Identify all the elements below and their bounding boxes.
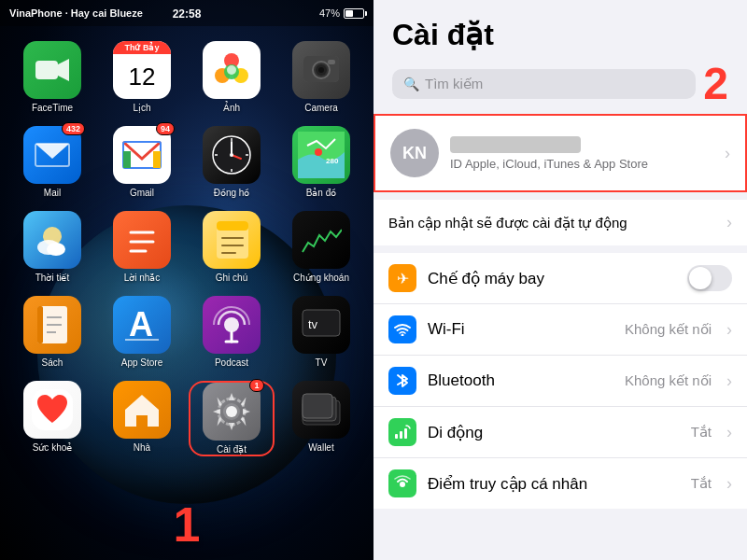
svg-rect-62 — [400, 431, 402, 439]
settings-section-main: ✈ Chế độ máy bay Wi-Fi Không kết nối › — [374, 253, 747, 509]
search-placeholder: Tìm kiếm — [425, 76, 483, 92]
app-facetime[interactable]: FaceTime — [9, 41, 95, 113]
app-mail[interactable]: 432 Mail — [9, 126, 95, 198]
stocks-icon — [292, 211, 350, 269]
app-settings[interactable]: 1 Cài đặt — [189, 381, 275, 456]
calendar-label: Lịch — [133, 103, 150, 113]
cellular-icon — [388, 418, 416, 446]
app-gmail[interactable]: 94 Gmail — [99, 126, 185, 198]
app-maps[interactable]: 280 Bản đồ — [278, 126, 364, 198]
cellular-chevron: › — [726, 423, 732, 442]
hotspot-chevron: › — [726, 474, 732, 494]
mail-label: Mail — [44, 188, 61, 198]
reminders-icon — [113, 211, 171, 269]
svg-point-60 — [402, 334, 404, 337]
airplane-row[interactable]: ✈ Chế độ máy bay — [374, 253, 747, 304]
weather-icon — [23, 211, 81, 269]
svg-rect-0 — [35, 61, 58, 79]
step-number-1: 1 — [174, 497, 201, 553]
bluetooth-row[interactable]: Bluetooth Không kết nối › — [374, 356, 747, 407]
bluetooth-chevron: › — [726, 371, 732, 391]
bluetooth-icon — [388, 367, 416, 395]
calendar-day-name: Thứ Bảy — [113, 41, 171, 54]
bluetooth-value: Không kết nối — [625, 372, 712, 389]
hotspot-row[interactable]: Điểm truy cập cá nhân Tắt › — [374, 458, 747, 509]
notes-label: Ghi chú — [216, 273, 247, 283]
svg-point-11 — [318, 67, 324, 73]
maps-icon: 280 — [292, 126, 350, 184]
health-icon — [23, 381, 81, 439]
account-chevron: › — [725, 144, 730, 163]
app-calendar[interactable]: Thứ Bảy 12 Lịch — [99, 41, 185, 113]
hotspot-icon — [388, 469, 416, 497]
app-reminders[interactable]: Lời nhắc — [99, 211, 185, 283]
svg-marker-1 — [58, 59, 69, 81]
update-row[interactable]: Bản cập nhật sẽ được cài đặt tự động › — [374, 200, 747, 245]
svg-point-48 — [224, 317, 239, 332]
account-info: ID Apple, iCloud, iTunes & App Store — [450, 136, 713, 171]
svg-text:A: A — [129, 305, 153, 343]
gmail-icon: 94 — [113, 126, 171, 184]
app-tv[interactable]: tv TV — [278, 296, 364, 368]
clock-icon — [203, 126, 261, 184]
app-camera[interactable]: Camera — [278, 41, 364, 113]
app-grid: FaceTime Thứ Bảy 12 Lịch Ảnh — [0, 34, 374, 464]
health-label: Sức khoẻ — [33, 442, 73, 453]
svg-rect-17 — [123, 151, 131, 168]
update-chevron: › — [726, 213, 732, 232]
svg-point-22 — [230, 153, 233, 157]
svg-text:280: 280 — [326, 157, 339, 165]
app-appstore[interactable]: A App Store — [99, 296, 185, 368]
cellular-value: Tắt — [691, 424, 712, 441]
app-clock[interactable]: Đồng hồ — [189, 126, 275, 198]
tv-icon: tv — [292, 296, 350, 354]
mail-icon: 432 — [23, 126, 81, 184]
app-photos[interactable]: Ảnh — [189, 41, 275, 113]
search-bar[interactable]: 🔍 Tìm kiếm — [392, 69, 696, 99]
wifi-row[interactable]: Wi-Fi Không kết nối › — [374, 304, 747, 356]
app-health[interactable]: Sức khoẻ — [9, 381, 95, 456]
podcast-label: Podcast — [215, 357, 248, 368]
svg-rect-63 — [404, 428, 407, 439]
clock-label: Đồng hồ — [214, 188, 250, 198]
weather-label: Thời tiết — [35, 273, 69, 283]
photos-icon — [203, 41, 261, 99]
svg-point-32 — [47, 243, 65, 256]
airplane-toggle[interactable] — [687, 265, 732, 291]
gmail-badge: 94 — [156, 122, 175, 135]
camera-icon — [292, 41, 350, 99]
home-icon — [113, 381, 171, 439]
books-icon — [23, 296, 81, 354]
battery-icon — [344, 8, 364, 19]
app-podcast[interactable]: Podcast — [189, 296, 275, 368]
svg-rect-42 — [37, 306, 43, 343]
svg-rect-61 — [395, 434, 398, 439]
facetime-icon — [23, 41, 81, 99]
app-stocks[interactable]: Chứng khoán — [278, 211, 364, 283]
app-books[interactable]: Sách — [9, 296, 95, 368]
app-home[interactable]: Nhà — [99, 381, 185, 456]
app-weather[interactable]: Thời tiết — [9, 211, 95, 283]
app-wallet[interactable]: Wallet — [278, 381, 364, 456]
cellular-row[interactable]: Di động Tắt › — [374, 407, 747, 458]
account-subtitle: ID Apple, iCloud, iTunes & App Store — [450, 157, 713, 171]
account-avatar: KN — [390, 129, 439, 177]
wallet-icon — [292, 381, 350, 439]
calendar-icon: Thứ Bảy 12 — [113, 41, 171, 99]
home-label: Nhà — [134, 442, 150, 453]
reminders-label: Lời nhắc — [124, 273, 161, 283]
appstore-label: App Store — [121, 357, 162, 368]
account-row[interactable]: KN ID Apple, iCloud, iTunes & App Store … — [374, 114, 747, 192]
app-notes[interactable]: Ghi chú — [189, 211, 275, 283]
time-display: 22:58 — [173, 7, 202, 21]
wifi-chevron: › — [726, 320, 732, 340]
wifi-label: Wi-Fi — [428, 320, 613, 339]
tv-label: TV — [316, 357, 328, 368]
battery-percent: 47% — [319, 7, 340, 19]
appstore-icon: A — [113, 296, 171, 354]
photos-label: Ảnh — [223, 103, 240, 113]
svg-rect-59 — [303, 394, 332, 418]
status-bar: VinaPhone · Hay cai Blueze 22:58 47% — [0, 0, 374, 26]
svg-text:tv: tv — [308, 317, 318, 331]
settings-label: Cài đặt — [217, 444, 247, 455]
